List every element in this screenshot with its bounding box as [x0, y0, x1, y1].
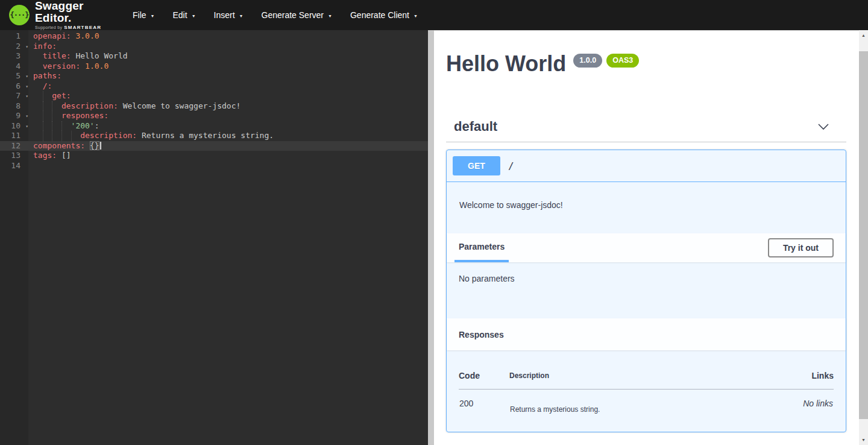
- main-split: 1openapi: 3.0.02▾info:3title: Hello Worl…: [0, 30, 868, 445]
- indent-guide: [52, 111, 61, 121]
- code-token: responses:: [61, 111, 108, 120]
- operation-path[interactable]: /: [508, 160, 514, 172]
- topbar: {···} Swagger Editor. Supported bySMARTB…: [0, 0, 868, 30]
- line-number[interactable]: 10▾: [0, 121, 28, 131]
- opblock-summary[interactable]: GET /: [447, 150, 846, 182]
- code-token: '200': [71, 121, 95, 130]
- scroll-up-icon[interactable]: ▲: [859, 31, 868, 40]
- code-line-7[interactable]: 7▾get:: [0, 91, 428, 101]
- scroll-down-icon[interactable]: ▼: [859, 435, 868, 444]
- menu-label: Edit: [173, 10, 187, 20]
- logo-texts: Swagger Editor. Supported bySMARTBEAR: [35, 0, 119, 30]
- caret-down-icon: ▼: [239, 14, 244, 18]
- code-text: openapi: 3.0.0: [28, 31, 99, 42]
- fold-arrow-icon[interactable]: ▾: [25, 72, 28, 82]
- preview-scrollbar[interactable]: ▲ ▼: [859, 30, 868, 445]
- api-info: Hello World 1.0.0 OAS3: [446, 52, 846, 76]
- indent-guide: [52, 121, 61, 131]
- yaml-editor[interactable]: 1openapi: 3.0.02▾info:3title: Hello Worl…: [0, 30, 428, 445]
- code-line-4[interactable]: 4version: 1.0.0: [0, 62, 428, 72]
- line-number[interactable]: 6▾: [0, 81, 28, 92]
- code-token: description:: [80, 131, 137, 140]
- line-number[interactable]: 14: [0, 161, 28, 171]
- response-code: 200: [459, 390, 509, 432]
- code-text: responses:: [28, 111, 108, 121]
- menu-edit[interactable]: Edit▼: [164, 0, 205, 30]
- code-line-5[interactable]: 5▾paths:: [0, 71, 428, 81]
- line-number[interactable]: 11: [0, 131, 28, 141]
- line-number[interactable]: 2▾: [0, 42, 28, 52]
- code-text: tags: []: [28, 151, 71, 161]
- api-badges: 1.0.0 OAS3: [573, 54, 639, 68]
- code-text: get:: [28, 91, 71, 101]
- code-line-13[interactable]: 13tags: []: [0, 151, 428, 161]
- code-token: 1.0.0: [85, 62, 108, 71]
- code-token: paths:: [33, 71, 61, 80]
- oas3-badge: OAS3: [606, 54, 639, 68]
- code-line-1[interactable]: 1openapi: 3.0.0: [0, 31, 428, 42]
- code-text: '200':: [28, 121, 99, 131]
- code-token: []: [57, 151, 71, 160]
- pane-splitter[interactable]: [428, 30, 434, 445]
- menu-file[interactable]: File▼: [124, 0, 164, 30]
- swagger-editor-logo[interactable]: {···} Swagger Editor. Supported bySMARTB…: [9, 0, 119, 30]
- code-token: Returns a mysterious string.: [137, 131, 274, 140]
- code-line-9[interactable]: 9▾responses:: [0, 111, 428, 121]
- indent-guide: [61, 131, 71, 141]
- code-text: [28, 161, 33, 171]
- chevron-down-icon[interactable]: [817, 123, 829, 130]
- method-badge-get[interactable]: GET: [453, 156, 500, 175]
- code-line-14[interactable]: 14: [0, 161, 428, 171]
- tab-parameters[interactable]: Parameters: [454, 233, 509, 262]
- code-token: /:: [43, 81, 52, 90]
- line-number[interactable]: 1: [0, 31, 28, 42]
- code-text: paths:: [28, 71, 61, 81]
- menu-label: Insert: [214, 10, 235, 20]
- code-token: title:: [43, 51, 71, 60]
- fold-arrow-icon[interactable]: ▾: [25, 82, 28, 92]
- scrollbar-thumb[interactable]: [859, 51, 868, 419]
- line-number[interactable]: 9▾: [0, 111, 28, 121]
- column-links: Links: [779, 359, 834, 390]
- menu-generate-server[interactable]: Generate Server▼: [253, 0, 341, 30]
- response-description: Returns a mysterious string.: [509, 390, 779, 432]
- menu-generate-client[interactable]: Generate Client▼: [341, 0, 427, 30]
- code-line-2[interactable]: 2▾info:: [0, 42, 428, 52]
- parameters-header: Parameters Try it out: [447, 233, 846, 262]
- code-token: openapi:: [33, 31, 71, 40]
- indent-guide: [61, 121, 71, 131]
- indent-guide: [71, 131, 81, 141]
- preview-content: Hello World 1.0.0 OAS3 default GET / Wel…: [434, 52, 859, 432]
- code-token: [80, 62, 85, 71]
- indent-guide: [43, 101, 52, 112]
- line-number[interactable]: 13: [0, 151, 28, 161]
- indent-guide: [43, 111, 52, 121]
- tag-section-default[interactable]: default: [446, 114, 846, 142]
- menu-insert[interactable]: Insert▼: [205, 0, 253, 30]
- fold-arrow-icon[interactable]: ▾: [25, 42, 28, 52]
- indent-guide: [33, 62, 43, 72]
- code-line-6[interactable]: 6▾/:: [0, 81, 428, 92]
- code-line-11[interactable]: 11description: Returns a mysterious stri…: [0, 131, 428, 141]
- line-number[interactable]: 4: [0, 62, 28, 72]
- code-line-10[interactable]: 10▾'200':: [0, 121, 428, 131]
- code-token: description:: [61, 101, 118, 110]
- code-text: title: Hello World: [28, 51, 128, 62]
- fold-arrow-icon[interactable]: ▾: [25, 92, 28, 102]
- line-number[interactable]: 3: [0, 51, 28, 62]
- fold-arrow-icon[interactable]: ▾: [25, 122, 28, 132]
- text-cursor: [100, 142, 101, 150]
- line-number[interactable]: 12: [0, 141, 28, 151]
- line-number[interactable]: 7▾: [0, 91, 28, 101]
- indent-guide: [52, 101, 61, 112]
- code-line-12[interactable]: 12components: {}: [0, 141, 428, 151]
- code-line-8[interactable]: 8description: Welcome to swagger-jsdoc!: [0, 101, 428, 112]
- fold-arrow-icon[interactable]: ▾: [25, 112, 28, 122]
- line-number[interactable]: 5▾: [0, 71, 28, 81]
- code-token: info:: [33, 42, 57, 51]
- responses-tbody: 200Returns a mysterious string.No links: [459, 390, 834, 432]
- code-text: /:: [28, 81, 52, 92]
- code-line-3[interactable]: 3title: Hello World: [0, 51, 428, 62]
- line-number[interactable]: 8: [0, 101, 28, 112]
- try-it-out-button[interactable]: Try it out: [768, 238, 834, 257]
